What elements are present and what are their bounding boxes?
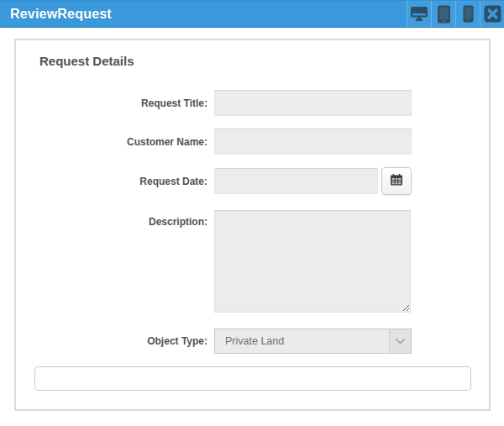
tablet-icon [437, 5, 451, 24]
customer-name-label: Customer Name: [16, 136, 207, 148]
phone-icon [463, 5, 474, 23]
window-title: ReviewRequest [0, 7, 407, 22]
preview-phone-button[interactable] [455, 1, 480, 27]
object-type-value: Private Land [215, 335, 389, 347]
calendar-icon [390, 173, 403, 189]
description-textarea[interactable] [214, 210, 411, 313]
titlebar-buttons [407, 1, 504, 27]
footer-text-input[interactable] [34, 366, 471, 391]
description-row: Description: [16, 210, 489, 313]
request-date-row: Request Date: [16, 167, 489, 195]
object-type-label: Object Type: [16, 335, 207, 347]
customer-name-input[interactable] [214, 129, 412, 155]
request-date-field [214, 167, 489, 195]
request-date-label: Request Date: [16, 176, 207, 187]
preview-tablet-button[interactable] [431, 1, 455, 27]
customer-name-row: Customer Name: [16, 129, 489, 155]
object-type-row: Object Type: Private Land [16, 329, 489, 354]
object-type-select[interactable]: Private Land [214, 329, 412, 354]
request-title-input[interactable] [214, 90, 412, 116]
chevron-down-icon [389, 329, 411, 353]
panel-heading: Request Details [39, 54, 489, 68]
preview-desktop-button[interactable] [407, 1, 431, 27]
request-title-label: Request Title: [16, 97, 207, 109]
window-titlebar: ReviewRequest [0, 0, 504, 28]
close-button[interactable] [480, 1, 504, 27]
request-title-row: Request Title: [16, 90, 489, 116]
request-details-panel: Request Details Request Title: Customer … [14, 39, 491, 411]
request-date-input[interactable] [214, 168, 378, 194]
desktop-icon [410, 6, 428, 22]
close-icon [484, 5, 501, 23]
description-label: Description: [16, 210, 207, 228]
calendar-button[interactable] [381, 167, 412, 195]
